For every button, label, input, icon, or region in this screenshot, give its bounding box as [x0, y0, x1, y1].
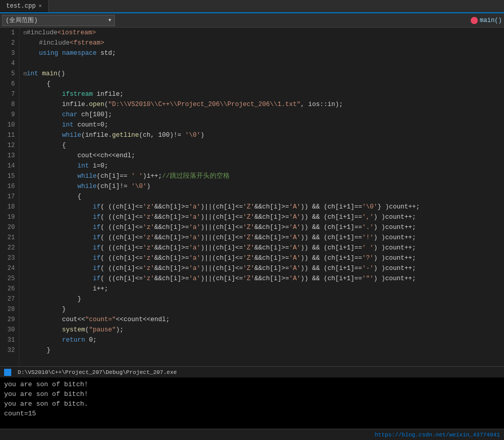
- token: <iostream>: [57, 29, 96, 36]
- line-number: 3: [2, 48, 15, 58]
- token: 'a': [189, 244, 201, 252]
- token: ) )count++;: [374, 224, 416, 231]
- token: system: [62, 326, 85, 333]
- line-number: 23: [2, 253, 15, 263]
- editor: 1234567891011121314151617181920212223242…: [0, 28, 504, 366]
- token: )||: [200, 224, 212, 231]
- token: ) && (ch[i+1]==: [305, 214, 362, 221]
- token: &&ch[i]>=: [254, 214, 289, 221]
- token: )||: [200, 244, 212, 252]
- token: ' ': [362, 244, 374, 252]
- token: &&ch[i]>=: [154, 275, 189, 282]
- token: 'A': [289, 244, 301, 252]
- token: ) )count++;: [374, 275, 416, 282]
- code-line: {: [24, 79, 504, 89]
- code-line: if( ((ch[i]<='z'&&ch[i]>='a')||(ch[i]<='…: [24, 233, 504, 243]
- token: ): [300, 224, 305, 231]
- tab-close-button[interactable]: ×: [39, 4, 42, 9]
- token: );: [116, 326, 124, 333]
- token: std;: [97, 50, 116, 57]
- code-content[interactable]: ⊟#include<iostream> #include<fstream> us…: [19, 28, 504, 366]
- line-number: 22: [2, 243, 15, 253]
- code-line: ifstream infile;: [24, 89, 504, 99]
- token: {: [31, 193, 82, 200]
- token: ( ((ch[i]<=: [100, 234, 143, 241]
- token: '.': [362, 224, 374, 231]
- code-line: if( ((ch[i]<='z'&&ch[i]>='a')||(ch[i]<='…: [24, 243, 504, 253]
- footer-bar: https://blog.csdn.net/weixin_43774841: [0, 429, 504, 440]
- line-number: 8: [2, 99, 15, 110]
- token: 'A': [289, 234, 301, 241]
- token: &&ch[i]>=: [254, 255, 289, 262]
- token: 'z': [143, 203, 155, 211]
- token: if: [93, 203, 100, 211]
- footer-link[interactable]: https://blog.csdn.net/weixin_43774841: [375, 429, 500, 441]
- line-number: 9: [2, 110, 15, 120]
- token: [31, 132, 62, 139]
- token: if: [93, 214, 100, 221]
- token: ): [300, 234, 305, 241]
- token: [31, 162, 77, 170]
- token: '\0': [131, 183, 147, 190]
- code-line: i++;: [24, 284, 504, 294]
- token: ): [300, 265, 305, 272]
- line-number: 14: [2, 161, 15, 171]
- token: (ch[i]<=: [212, 234, 243, 241]
- token: (ch[i]<=: [212, 255, 243, 262]
- token: 'Z': [243, 275, 255, 282]
- token: (ch[i]!=: [97, 183, 132, 190]
- token: ) && (ch[i+1]==: [305, 255, 362, 262]
- code-line: cout<<"count="<<count<<endl;: [24, 315, 504, 325]
- token: 'a': [189, 224, 201, 231]
- line-number: 27: [2, 294, 15, 304]
- token: &&ch[i]>=: [254, 275, 289, 282]
- token: #include: [27, 29, 57, 36]
- token: 'z': [143, 214, 155, 221]
- token: if: [93, 244, 100, 252]
- token: 'z': [143, 265, 155, 272]
- token: 0;: [85, 337, 97, 344]
- line-number: 25: [2, 274, 15, 284]
- token: 'A': [289, 214, 301, 221]
- token: '?': [362, 255, 374, 262]
- line-number: 24: [2, 263, 15, 274]
- scope-dropdown[interactable]: (全局范围) ▼: [2, 15, 115, 26]
- token: [31, 183, 77, 190]
- token: return: [62, 337, 85, 344]
- tab-test-cpp[interactable]: test.cpp ×: [0, 0, 49, 12]
- token: if: [93, 265, 100, 272]
- token: '!': [362, 234, 374, 241]
- token: ifstream: [62, 91, 93, 98]
- token: char: [62, 111, 77, 118]
- line-number: 32: [2, 345, 15, 355]
- token: 'z': [143, 224, 155, 231]
- token: (: [85, 326, 89, 333]
- token: int: [77, 162, 89, 170]
- token: ) )count++;: [374, 255, 416, 262]
- token: infile.: [31, 101, 89, 108]
- token: ( ((ch[i]<=: [100, 214, 143, 221]
- token: &&ch[i]>=: [154, 214, 189, 221]
- token: ): [147, 183, 151, 190]
- scope-label: (全局范围): [6, 16, 37, 25]
- line-number: 7: [2, 89, 15, 99]
- code-line: if( ((ch[i]<='z'&&ch[i]>='a')||(ch[i]<='…: [24, 202, 504, 212]
- code-line: if( ((ch[i]<='z'&&ch[i]>='a')||(ch[i]<='…: [24, 222, 504, 233]
- token: int: [62, 121, 74, 129]
- token: <<count<<endl;: [116, 316, 170, 323]
- token: if: [93, 234, 100, 241]
- line-number: 29: [2, 315, 15, 325]
- token: 'Z': [243, 214, 255, 221]
- code-line: ⊟int main(): [24, 69, 504, 79]
- token: 'A': [289, 224, 301, 231]
- token: ) && (ch[i+1]==: [305, 224, 362, 231]
- token: "count=": [85, 316, 116, 323]
- token: )||: [200, 203, 212, 211]
- func-label: main(): [480, 17, 502, 24]
- line-number: 4: [2, 58, 15, 69]
- token: '"': [362, 275, 374, 282]
- token: 'a': [189, 255, 201, 262]
- code-line: while(infile.getline(ch, 100)!= '\0'): [24, 130, 504, 140]
- token: //跳过段落开头的空格: [162, 173, 230, 180]
- code-line: while(ch[i]!= '\0'): [24, 181, 504, 192]
